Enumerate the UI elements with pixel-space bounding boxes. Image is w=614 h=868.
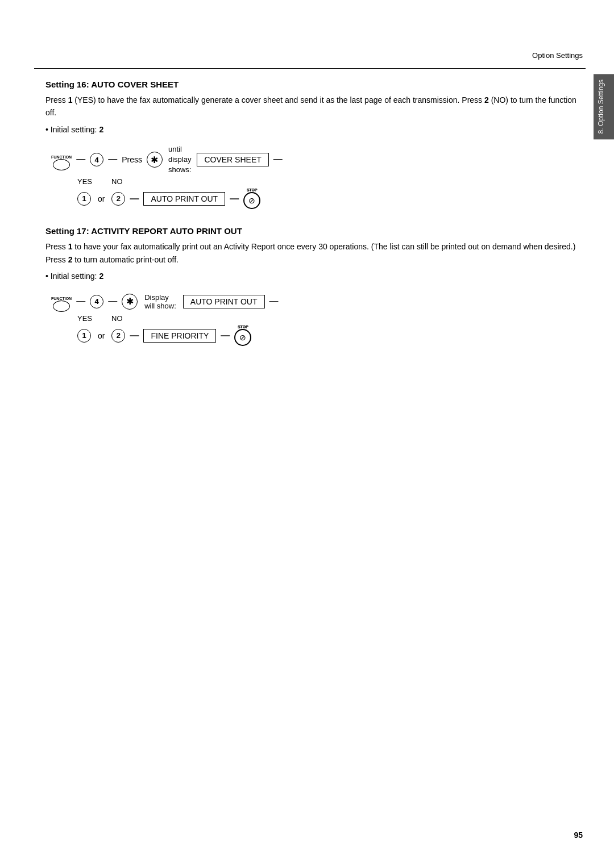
function-label-1: FUNCTION (51, 155, 72, 159)
section2-display-box: AUTO PRINT OUT (183, 295, 265, 308)
no-label-1: NO (111, 177, 140, 186)
display-label-block-2: Display will show: (144, 293, 176, 310)
yes-label-1: YES (77, 177, 111, 186)
dash4: — (130, 194, 139, 204)
section2-body3: to turn automatic print-out off. (72, 255, 179, 264)
section1-yes-no-row: YES NO (77, 177, 580, 186)
function-button-1 (53, 159, 70, 170)
function-label-2: FUNCTION (51, 297, 72, 301)
dash2: — (108, 155, 117, 165)
section2-diagram-row3: 1 or 2 — FINE PRIORITY — STOP ⊘ (77, 325, 580, 346)
num4-button-2: 4 (90, 295, 103, 308)
num2-button-1: 2 (111, 192, 125, 206)
section1-diagram-row3: 1 or 2 — AUTO PRINT OUT — STOP ⊘ (77, 188, 580, 209)
dash7: — (108, 297, 117, 307)
main-content: Setting 16: AUTO COVER SHEET Press 1 (YE… (45, 80, 580, 363)
page-number: 95 (574, 831, 583, 840)
section1-body: Press 1 (YES) to have the fax automatica… (45, 94, 580, 119)
section2-body1: Press (45, 242, 68, 251)
press-label-1: Press (122, 155, 142, 164)
dash3: — (273, 155, 283, 165)
star-button-2: ✱ (122, 294, 138, 310)
section2-diagram: FUNCTION — 4 — ✱ Display will show: AUTO… (51, 291, 580, 346)
until-block-1: until display shows: (168, 144, 191, 176)
section2-diagram-row1: FUNCTION — 4 — ✱ Display will show: AUTO… (51, 291, 580, 312)
stop-button-1: ⊘ (243, 192, 260, 209)
section2-yes-no-row: YES NO (77, 314, 580, 323)
section1-diagram: FUNCTION — 4 — Press ✱ until display sho… (51, 144, 580, 210)
num1-button-1: 1 (77, 192, 91, 206)
section1-title: Setting 16: AUTO COVER SHEET (45, 80, 580, 89)
dash9: — (130, 331, 139, 341)
section2-initial: Initial setting: 2 (45, 272, 580, 281)
dash6: — (76, 297, 85, 307)
num2-button-2: 2 (111, 329, 125, 343)
header-title: Option Settings (532, 51, 583, 60)
star-button-1: ✱ (147, 152, 163, 168)
dash8: — (269, 297, 279, 307)
section2-body: Press 1 to have your fax automatically p… (45, 240, 580, 266)
section1: Setting 16: AUTO COVER SHEET Press 1 (YE… (45, 80, 580, 209)
section2-title-text: Setting 17: ACTIVITY REPORT AUTO PRINT O… (45, 226, 242, 236)
section2-display-box2: FINE PRIORITY (143, 329, 216, 343)
no-label-2: NO (111, 314, 140, 323)
section1-diagram-row1: FUNCTION — 4 — Press ✱ until display sho… (51, 144, 580, 176)
side-tab-text: 8. Option Settings (597, 80, 606, 133)
section1-body2: (YES) to have the fax automatically gene… (72, 95, 484, 105)
yes-label-2: YES (77, 314, 111, 323)
or-label-1: or (98, 194, 105, 203)
section2: Setting 17: ACTIVITY REPORT AUTO PRINT O… (45, 226, 580, 346)
dash10: — (221, 331, 230, 341)
section2-title: Setting 17: ACTIVITY REPORT AUTO PRINT O… (45, 226, 580, 236)
dash1: — (76, 155, 85, 165)
function-button-2 (53, 301, 70, 312)
header-divider (34, 68, 586, 69)
dash5: — (230, 194, 239, 204)
section1-title-text: Setting 16: AUTO COVER SHEET (45, 80, 179, 89)
or-label-2: or (98, 331, 105, 340)
section1-display-box: COVER SHEET (197, 153, 268, 166)
section1-body1: Press (45, 95, 68, 105)
section1-display-box2: AUTO PRINT OUT (143, 192, 225, 206)
section1-initial: Initial setting: 2 (45, 125, 580, 134)
stop-button-2: ⊘ (234, 329, 251, 346)
num4-button-1: 4 (90, 153, 103, 166)
section1-body2-bold: 2 (484, 95, 489, 105)
num1-button-2: 1 (77, 329, 91, 343)
side-tab: 8. Option Settings (594, 74, 614, 139)
